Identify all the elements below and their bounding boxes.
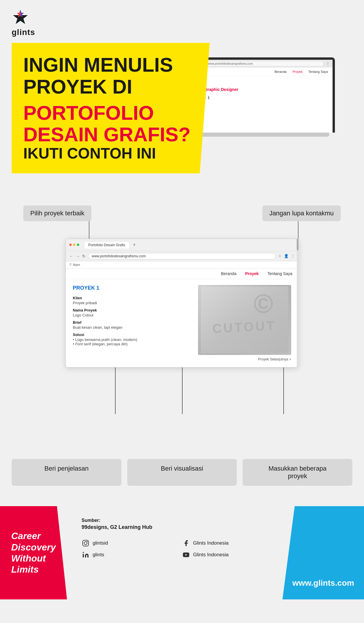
svg-rect-8 <box>83 540 89 546</box>
site-nav-tentang[interactable]: Tentang Saya <box>267 271 292 276</box>
field-label-namaproyek: Nama Proyek <box>73 308 192 312</box>
footer-social-grid: glintsid Glints Indonesia <box>82 539 271 559</box>
footer-source-names: 99designs, G2 Learning Hub <box>82 524 271 530</box>
field-label-brief: Brief <box>73 320 192 325</box>
glints-logo-icon <box>12 9 29 26</box>
hero-banner: INGIN MENULIS PROYEK DI PORTOFOLIO DESAI… <box>12 43 210 173</box>
project-image: © CUTOUT <box>198 285 291 355</box>
laptop-inner-screen: www.portofoliodesaingrafismu.com ⋮ Beran… <box>186 60 333 133</box>
browser-new-tab-btn[interactable]: + <box>133 242 136 247</box>
browser-mockup: Portofolio Desain Grafis + ← → ↻ www.por… <box>66 239 298 367</box>
bottom-callouts-section: Beri penjelasan Beri visualisasi Masukka… <box>0 450 364 494</box>
hero-line2-red: PORTOFOLIO <box>23 101 154 124</box>
youtube-icon <box>182 551 190 559</box>
callout-bottom-right: Masukkan beberapaproyek <box>243 459 352 486</box>
laptop-nav-beranda[interactable]: Beranda <box>275 70 287 73</box>
linkedin-icon <box>82 551 90 559</box>
laptop-url-text: www.portofoliodesaingrafismu.com <box>208 62 253 65</box>
bottom-line-mid <box>182 367 183 414</box>
browser-url-text: www.portofoliodesaingrafismu.com <box>92 254 146 258</box>
browser-address-bar: ← → ↻ www.portofoliodesaingrafismu.com ☆… <box>66 251 298 261</box>
browser-tab-active[interactable]: Portofolio Desain Grafis <box>84 241 130 249</box>
hero-line2-black: PROYEK DI <box>23 75 132 98</box>
browser-user-icon[interactable]: 👤 <box>284 254 289 258</box>
browser-tab-bar: Portofolio Desain Grafis + <box>66 239 298 251</box>
callout-bottom-mid: Beri visualisasi <box>127 459 237 486</box>
hero-line1: INGIN MENULIS <box>23 54 195 75</box>
spacer-2 <box>0 494 364 506</box>
top-callout-row: Pilih proyek terbaik Jangan lupa kontakm… <box>12 205 352 221</box>
field-value-klien: Proyek pribadi <box>73 301 192 305</box>
project-title: PROYEK 1 <box>73 285 192 291</box>
apps-label-text: Apps <box>73 263 80 266</box>
logo-area: glints <box>12 9 352 37</box>
social-youtube: Glints Indonesia <box>182 551 271 559</box>
field-value-solusi: • Logo berwarna putih (clean, modern) • … <box>73 337 192 346</box>
footer-tagline: CareerDiscoveryWithoutLimits <box>11 530 56 575</box>
site-nav-beranda[interactable]: Beranda <box>221 271 236 276</box>
laptop-page-content: Hello, I am a Graphic Designer 🖼 ✉ ⊕ ℹ <box>186 76 333 106</box>
browser-url-field[interactable]: www.portofoliodesaingrafismu.com <box>88 253 276 259</box>
laptop-role: Graphic Designer <box>204 87 238 92</box>
laptop-hello: Hello, <box>192 82 327 87</box>
bottom-line-left <box>115 367 116 414</box>
hero-line2: PROYEK DI PORTOFOLIO <box>23 75 195 124</box>
hero-line3: DESAIN GRAFIS? <box>23 124 195 145</box>
hero-line4: IKUTI CONTOH INI <box>23 145 195 162</box>
info-section: Pilih proyek terbaik Jangan lupa kontakm… <box>0 188 364 450</box>
callout-top-left: Pilih proyek terbaik <box>23 205 91 221</box>
project-image-area: © CUTOUT Proyek Selanjutnya > <box>198 285 291 361</box>
browser-menu-icon[interactable]: ⋮ <box>291 254 295 258</box>
website-nav-links: Beranda Proyek Tentang Saya <box>66 268 298 279</box>
footer-red-area: CareerDiscoveryWithoutLimits <box>0 506 67 599</box>
laptop-icon-info: ℹ <box>208 95 209 100</box>
cutout-logo-svg: © CUTOUT <box>201 286 288 353</box>
browser-back-btn[interactable]: ← <box>69 254 73 258</box>
laptop-nav-proyek[interactable]: Proyek <box>292 70 302 73</box>
svg-point-11 <box>83 552 84 553</box>
browser-scrollbar[interactable] <box>297 239 298 367</box>
callout-top-right: Jangan lupa kontakmu <box>262 205 341 221</box>
connector-left-line <box>89 221 89 239</box>
browser-dots <box>69 244 79 246</box>
top-connectors <box>66 221 298 239</box>
laptop-icons: 🖼 ✉ ⊕ ℹ <box>192 95 327 100</box>
footer-middle: Sumber: 99designs, G2 Learning Hub glint… <box>67 506 282 599</box>
instagram-handle: glintsid <box>93 540 108 546</box>
field-value-namaproyek: Logo Cutout <box>73 313 192 317</box>
bottom-line-right <box>283 367 284 414</box>
browser-scrollbar-thumb <box>297 239 298 250</box>
browser-refresh-btn[interactable]: ↻ <box>82 254 86 258</box>
laptop-nav-bar: Beranda Proyek Tentang Saya <box>186 68 333 76</box>
callout-bottom-left: Beri penjelasan <box>12 459 121 486</box>
hero-area: INGIN MENULIS PROYEK DI PORTOFOLIO DESAI… <box>12 43 352 173</box>
project-next-link[interactable]: Proyek Selanjutnya > <box>198 357 291 361</box>
footer-section: CareerDiscoveryWithoutLimits Sumber: 99d… <box>0 506 364 599</box>
svg-point-9 <box>84 542 87 545</box>
footer-website-url[interactable]: www.glints.com <box>292 578 354 588</box>
header-section: glints INGIN MENULIS PROYEK DI PORTOFOLI… <box>0 0 364 179</box>
brand-name: glints <box>12 28 35 37</box>
laptop-url-bar[interactable]: www.portofoliodesaingrafismu.com <box>205 61 323 66</box>
browser-forward-btn[interactable]: → <box>76 254 80 258</box>
site-nav-proyek[interactable]: Proyek <box>245 271 259 276</box>
apps-grid-icon: ⠿ <box>69 263 72 267</box>
linkedin-handle: glints <box>93 552 104 558</box>
footer-source-label: Sumber: <box>82 518 271 523</box>
spacer-1 <box>0 179 364 188</box>
browser-dot-red <box>69 244 72 246</box>
browser-dot-yellow <box>73 244 75 246</box>
browser-star-icon[interactable]: ☆ <box>278 254 282 258</box>
instagram-icon <box>82 539 90 547</box>
browser-dot-green <box>77 244 79 246</box>
field-value-brief: Buat kesan clean, tapi elegan <box>73 325 192 330</box>
connector-right-line <box>298 221 298 239</box>
social-instagram: glintsid <box>82 539 170 547</box>
laptop-role-line: I am a Graphic Designer <box>192 87 327 92</box>
svg-text:©: © <box>253 289 273 318</box>
facebook-icon <box>182 539 190 547</box>
laptop-nav-tentang[interactable]: Tentang Saya <box>308 70 328 73</box>
svg-point-10 <box>87 541 88 542</box>
footer-blue-area: www.glints.com <box>282 506 364 599</box>
field-label-klien: Klien <box>73 296 192 300</box>
